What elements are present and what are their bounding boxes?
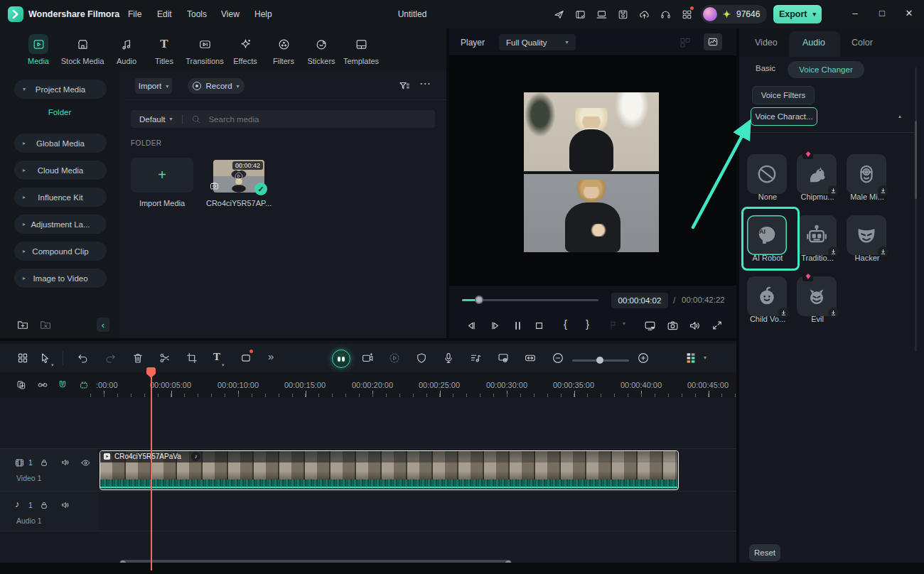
sidebar-item-cloud-media[interactable]: ▸ Cloud Media xyxy=(14,161,107,180)
apps-grid-icon[interactable] xyxy=(681,9,693,21)
crop-icon[interactable] xyxy=(186,352,198,364)
playhead-line[interactable] xyxy=(151,369,152,570)
reset-button[interactable]: Reset xyxy=(749,544,780,561)
media-clip-thumbnail[interactable]: 00:00:42 ✓ xyxy=(213,160,264,193)
sidebar-item-project-media[interactable]: ▾ Project Media xyxy=(14,80,107,99)
multiview-icon[interactable] xyxy=(679,36,692,49)
zoom-out-icon[interactable] xyxy=(552,352,564,364)
import-button[interactable]: Import ▾ xyxy=(135,78,172,94)
zoom-slider-handle[interactable] xyxy=(596,357,603,364)
fullscreen-button[interactable] xyxy=(711,319,724,332)
panel-scrollbar-thumb[interactable] xyxy=(915,121,917,199)
more-tools-icon[interactable]: » xyxy=(268,350,274,362)
lock-icon[interactable] xyxy=(39,457,49,467)
stop-button[interactable] xyxy=(532,319,546,332)
mirror-display-button[interactable] xyxy=(643,319,657,332)
record-voiceover-icon[interactable] xyxy=(442,352,455,364)
share-icon[interactable] xyxy=(553,9,565,21)
layout-icon[interactable] xyxy=(596,9,608,21)
save-icon[interactable] xyxy=(617,9,629,21)
zoom-slider[interactable] xyxy=(572,359,629,362)
menu-help[interactable]: Help xyxy=(249,6,278,22)
account-pill[interactable]: 97646 xyxy=(701,5,767,23)
screen-record-icon[interactable] xyxy=(497,352,510,364)
voice-item-traditional-robot[interactable] xyxy=(797,215,837,255)
new-folder-icon[interactable] xyxy=(16,318,29,331)
volume-button[interactable] xyxy=(688,319,702,332)
split-scissors-icon[interactable] xyxy=(159,352,171,364)
voice-item-none[interactable] xyxy=(747,154,787,194)
delete-icon[interactable] xyxy=(131,352,144,364)
sort-dropdown[interactable]: Default xyxy=(139,115,165,124)
ai-camera-icon[interactable] xyxy=(361,352,374,364)
snapshot-button[interactable] xyxy=(666,319,679,332)
media-browser-icon[interactable] xyxy=(16,352,29,364)
mask-tool-icon[interactable] xyxy=(240,352,252,364)
text-tool-caret[interactable]: ▾ xyxy=(222,362,225,368)
voice-item-hacker[interactable] xyxy=(847,215,886,255)
preview-render-icon[interactable] xyxy=(388,352,401,364)
text-tool-icon[interactable]: T xyxy=(213,351,220,363)
sidebar-item-global-media[interactable]: ▸ Global Media xyxy=(14,134,107,153)
record-button[interactable]: Record ▾ xyxy=(188,78,245,94)
tab-color[interactable]: Color xyxy=(852,38,873,48)
ai-assistant-icon[interactable] xyxy=(332,350,350,368)
mute-icon[interactable] xyxy=(60,500,70,510)
pause-button[interactable] xyxy=(511,319,525,332)
zoom-in-icon[interactable] xyxy=(637,352,650,364)
sidebar-item-influence-kit[interactable]: ▸ Influence Kit xyxy=(14,188,107,207)
more-options-icon[interactable]: ⋯ xyxy=(419,77,431,90)
voice-item-evil[interactable] xyxy=(797,276,837,316)
undo-icon[interactable] xyxy=(77,352,90,364)
paste-attributes-icon[interactable] xyxy=(16,379,27,391)
seek-bar[interactable] xyxy=(462,299,598,301)
voice-item-chipmunk[interactable] xyxy=(797,154,837,194)
track-manager-icon[interactable] xyxy=(684,351,698,367)
keyframe-snap-icon[interactable] xyxy=(78,379,90,391)
sidebar-item-image-to-video[interactable]: ▸ Image to Video xyxy=(14,269,107,288)
cloud-upload-icon[interactable] xyxy=(638,9,650,21)
nav-templates[interactable]: Templates xyxy=(336,34,386,65)
delete-folder-icon[interactable] xyxy=(39,318,52,331)
select-tool-icon[interactable] xyxy=(38,352,51,364)
link-clips-icon[interactable] xyxy=(37,379,48,391)
window-close-button[interactable]: ✕ xyxy=(898,8,920,18)
window-minimize-button[interactable]: – xyxy=(844,8,866,18)
lock-icon[interactable] xyxy=(39,500,49,510)
tab-video[interactable]: Video xyxy=(755,38,778,48)
menu-file[interactable]: File xyxy=(122,6,147,22)
sidebar-item-adjustment-layer[interactable]: ▸ Adjustment La... xyxy=(14,215,107,234)
track-manager-caret[interactable]: ▾ xyxy=(704,354,707,361)
menu-edit[interactable]: Edit xyxy=(151,6,178,22)
sidebar-item-compound-clip[interactable]: ▸ Compound Clip xyxy=(14,242,107,261)
marker-shield-icon[interactable] xyxy=(415,352,428,364)
sidebar-item-folder[interactable]: Folder xyxy=(0,108,119,125)
voice-item-ai-robot[interactable]: AI xyxy=(747,215,787,255)
collapse-sidebar-button[interactable]: ‹ xyxy=(97,318,109,332)
filter-sort-icon[interactable] xyxy=(398,80,411,92)
hide-track-eye-icon[interactable] xyxy=(80,457,91,468)
subtab-basic[interactable]: Basic xyxy=(756,64,775,72)
select-tool-caret[interactable]: ▾ xyxy=(51,362,54,368)
auto-ripple-icon[interactable] xyxy=(524,352,537,364)
avatar[interactable] xyxy=(703,7,717,21)
audio-mixer-icon[interactable] xyxy=(469,352,482,364)
snap-magnet-icon[interactable] xyxy=(57,379,68,391)
subtab-voice-changer[interactable]: Voice Changer xyxy=(788,61,864,78)
menu-view[interactable]: View xyxy=(215,6,245,22)
voice-filters-button[interactable]: Voice Filters xyxy=(752,86,815,104)
mark-in-button[interactable]: { xyxy=(564,318,567,330)
export-button[interactable]: Export ▾ xyxy=(773,5,822,23)
scopes-icon[interactable] xyxy=(704,33,722,50)
previous-frame-button[interactable] xyxy=(465,319,478,332)
marker-button[interactable] xyxy=(607,319,620,332)
window-maximize-button[interactable]: □ xyxy=(871,8,893,18)
menu-tools[interactable]: Tools xyxy=(181,6,213,22)
quality-dropdown[interactable]: Full Quality ▾ xyxy=(499,34,576,50)
import-media-card[interactable]: + xyxy=(131,158,193,193)
voice-character-button[interactable]: Voice Charact... xyxy=(751,107,817,126)
nav-stock-media[interactable]: Stock Media xyxy=(58,34,107,65)
play-next-frame-button[interactable] xyxy=(488,319,502,332)
redo-icon[interactable] xyxy=(104,352,117,364)
project-settings-icon[interactable] xyxy=(574,9,586,21)
